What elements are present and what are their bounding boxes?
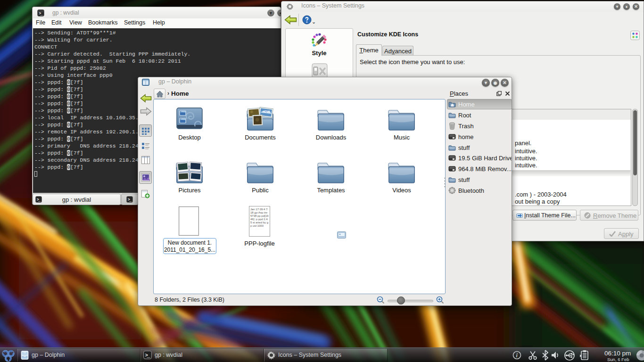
svg-text:i: i bbox=[516, 352, 518, 359]
svg-text:08: 08 bbox=[264, 110, 268, 114]
svg-text:>_: >_ bbox=[39, 11, 43, 16]
svg-text:>_: >_ bbox=[145, 353, 150, 359]
svg-text:>_: >_ bbox=[128, 197, 132, 203]
